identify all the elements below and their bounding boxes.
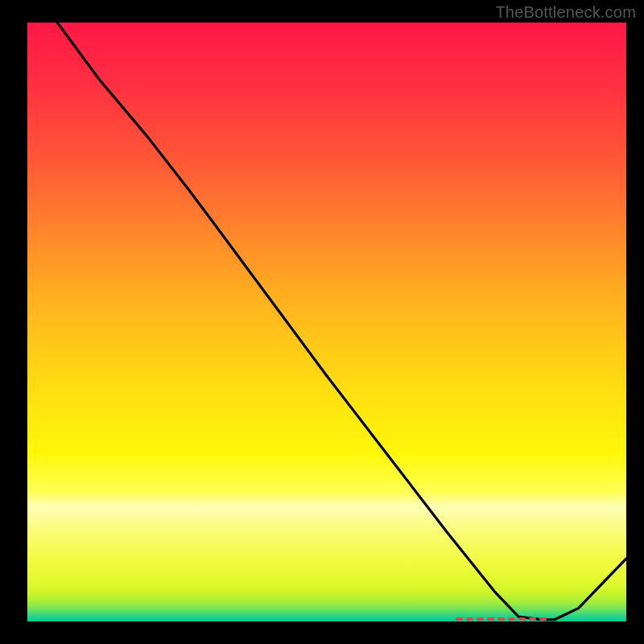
chart-frame: TheBottleneck.com (0, 0, 644, 644)
bottleneck-plot (27, 23, 626, 621)
bottleneck-curve (27, 23, 626, 621)
curve-path (57, 23, 626, 620)
watermark: TheBottleneck.com (495, 3, 636, 22)
